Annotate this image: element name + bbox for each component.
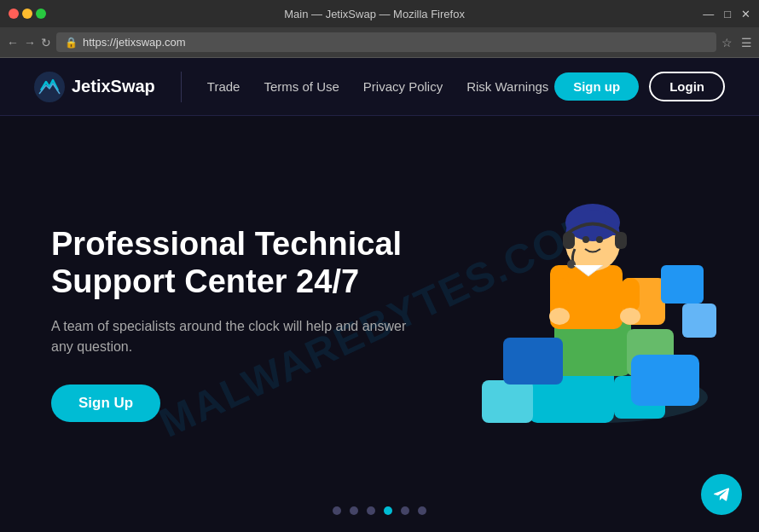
hero-illustration xyxy=(418,133,725,457)
menu-icon[interactable]: ☰ xyxy=(741,36,752,49)
hero-content: Professional Technical Support Center 24… xyxy=(51,226,461,421)
window-title: Main — JetixSwap — Mozilla Firefox xyxy=(46,8,703,20)
carousel-dots xyxy=(333,506,426,515)
refresh-button[interactable]: ↻ xyxy=(41,36,51,49)
telegram-button[interactable] xyxy=(701,474,742,515)
hero-title: Professional Technical Support Center 24… xyxy=(51,226,461,300)
svg-rect-11 xyxy=(682,304,716,338)
login-button[interactable]: Login xyxy=(649,72,725,101)
website-content: JetixSwap Trade Terms of Use Privacy Pol… xyxy=(0,58,759,532)
carousel-dot-4[interactable] xyxy=(384,506,392,515)
window-buttons-right: — □ ✕ xyxy=(703,9,750,20)
lock-icon: 🔒 xyxy=(65,37,78,49)
hero-signup-button[interactable]: Sign Up xyxy=(51,385,160,422)
carousel-dot-6[interactable] xyxy=(418,506,426,515)
bookmark-icon[interactable]: ☆ xyxy=(721,36,733,49)
svg-rect-16 xyxy=(563,232,575,249)
back-button[interactable]: ← xyxy=(7,36,19,49)
svg-rect-4 xyxy=(482,380,533,423)
browser-nav-bar: ← → ↻ 🔒 https://jetixswap.com ☆ ☰ xyxy=(0,27,759,58)
svg-point-20 xyxy=(596,236,603,243)
svg-rect-8 xyxy=(503,338,563,385)
site-navigation: JetixSwap Trade Terms of Use Privacy Pol… xyxy=(0,58,759,116)
minimize-btn[interactable]: — xyxy=(703,9,714,20)
address-bar[interactable]: 🔒 https://jetixswap.com xyxy=(56,32,716,52)
logo-area: JetixSwap xyxy=(34,72,182,102)
carousel-dot-5[interactable] xyxy=(401,506,409,515)
svg-point-18 xyxy=(567,260,576,269)
browser-actions: ☆ ☰ xyxy=(721,36,752,49)
nav-links: Trade Terms of Use Privacy Policy Risk W… xyxy=(207,79,554,94)
svg-rect-21 xyxy=(550,278,569,312)
minimize-window-button[interactable] xyxy=(22,9,32,19)
svg-rect-17 xyxy=(615,232,627,249)
svg-rect-7 xyxy=(631,355,699,406)
nav-actions: Sign up Login xyxy=(554,72,725,101)
svg-rect-13 xyxy=(567,265,623,325)
close-window-button[interactable] xyxy=(9,9,19,19)
hero-section: MALWAREBYTES.COM Professional Technical … xyxy=(0,116,759,532)
url-text: https://jetixswap.com xyxy=(83,36,186,49)
window-controls xyxy=(9,9,46,19)
nav-privacy[interactable]: Privacy Policy xyxy=(363,79,443,94)
maximize-btn[interactable]: □ xyxy=(724,9,731,20)
hero-description: A team of specialists around the clock w… xyxy=(51,316,409,357)
maximize-window-button[interactable] xyxy=(36,9,46,19)
svg-rect-22 xyxy=(621,278,640,312)
nav-terms[interactable]: Terms of Use xyxy=(264,79,339,94)
forward-button[interactable]: → xyxy=(24,36,36,49)
carousel-dot-2[interactable] xyxy=(350,506,358,515)
svg-point-19 xyxy=(582,236,589,243)
svg-point-23 xyxy=(549,308,570,325)
signup-button[interactable]: Sign up xyxy=(554,72,639,101)
browser-chrome: Main — JetixSwap — Mozilla Firefox — □ ✕… xyxy=(0,0,759,58)
carousel-dot-3[interactable] xyxy=(367,506,375,515)
svg-rect-12 xyxy=(661,265,704,304)
title-bar: Main — JetixSwap — Mozilla Firefox — □ ✕ xyxy=(0,0,759,27)
logo-text: JetixSwap xyxy=(72,77,155,96)
close-btn[interactable]: ✕ xyxy=(741,9,750,20)
carousel-dot-1[interactable] xyxy=(333,506,341,515)
nav-risk[interactable]: Risk Warnings xyxy=(466,79,548,94)
telegram-icon xyxy=(711,484,732,505)
svg-point-24 xyxy=(620,308,640,325)
nav-trade[interactable]: Trade xyxy=(207,79,240,94)
support-illustration xyxy=(418,133,725,457)
logo-icon xyxy=(34,72,65,102)
